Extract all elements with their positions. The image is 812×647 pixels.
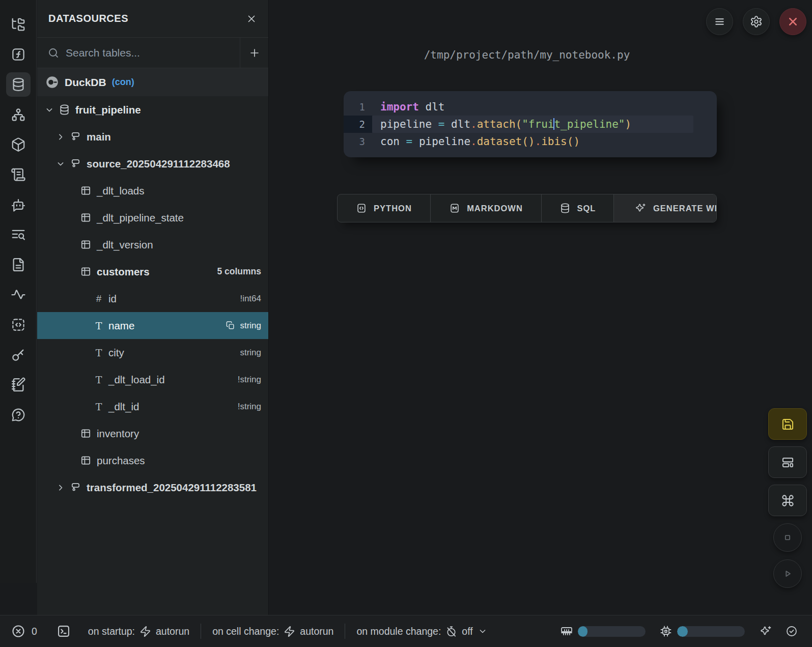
tree-row-transformed_202504291112283581[interactable]: transformed_202504291112283581 [37, 474, 268, 501]
cpu-usage-meter [677, 626, 745, 637]
tree-meta: !int64 [240, 294, 268, 304]
segment-label: on startup: [88, 626, 135, 637]
segment-label: on module change: [356, 626, 441, 637]
activity-activity-icon[interactable] [6, 283, 31, 307]
stop-button[interactable] [773, 523, 802, 552]
activity-key-icon[interactable] [6, 343, 31, 367]
line-number: 2 [344, 116, 372, 133]
add-sql-cell-button[interactable]: SQL [542, 194, 614, 222]
activity-bot-icon[interactable] [6, 192, 31, 217]
setting-autorun[interactable]: on startup:autorun [88, 626, 189, 637]
code-token: = [438, 118, 445, 130]
code-token: dlt [419, 101, 445, 113]
run-button[interactable] [773, 559, 802, 588]
segment-label: on cell change: [212, 626, 279, 637]
add-datasource-button[interactable] [240, 38, 268, 68]
tree-row-_dlt_version[interactable]: _dlt_version [37, 231, 268, 258]
database-icon [59, 104, 70, 116]
code-token: () [522, 135, 535, 148]
panel-close-icon[interactable] [246, 13, 257, 24]
add-cell-button-group: PYTHONMARKDOWNSQLGENERATE WIT [337, 194, 717, 222]
duckdb-logo-icon [45, 75, 59, 89]
command-palette-button[interactable] [768, 485, 807, 516]
button-label: GENERATE WIT [653, 204, 716, 213]
activity-notebook-pen-icon[interactable] [6, 373, 31, 397]
search-tables-input[interactable] [60, 47, 240, 59]
close-app-button[interactable] [779, 8, 806, 35]
activity-file-tree-icon[interactable] [6, 12, 31, 37]
activity-scroll-icon[interactable] [6, 162, 31, 187]
code-token: . [470, 118, 477, 130]
column-type: string [240, 321, 261, 331]
copy-icon[interactable] [226, 321, 235, 330]
add-python-cell-button[interactable]: PYTHON [338, 194, 431, 222]
string-type-icon: T [93, 401, 104, 412]
code-token: . [535, 135, 542, 148]
code-token: dlt [444, 118, 470, 130]
connection-row-duckdb[interactable]: DuckDB (con) [37, 68, 268, 96]
code-cell[interactable]: 1import dlt2pipeline = dlt.attach("fruit… [344, 91, 717, 157]
line-code: pipeline = dlt.attach("fruit_pipeline") [372, 116, 693, 133]
tree-row-source_202504291112283468[interactable]: source_202504291112283468 [37, 150, 268, 177]
divider [201, 624, 201, 639]
activity-database-icon[interactable] [6, 72, 31, 97]
line-number: 1 [344, 98, 372, 116]
column-type: string [240, 348, 261, 358]
tree-meta: string [226, 321, 268, 331]
activity-help-icon[interactable] [6, 403, 31, 427]
tree-label: customers [97, 266, 150, 278]
tree-row-fruit_pipeline[interactable]: fruit_pipeline [37, 96, 268, 123]
ram-icon [561, 625, 573, 637]
code-token: = [406, 135, 413, 148]
setting-off[interactable]: on module change:off [356, 626, 487, 637]
tree-row-name[interactable]: Tnamestring [37, 312, 268, 339]
divider [345, 624, 345, 639]
add-markdown-cell-button[interactable]: MARKDOWN [431, 194, 542, 222]
connection-name: DuckDB [65, 76, 106, 89]
tree-row-purchases[interactable]: purchases [37, 447, 268, 474]
zap-icon [139, 626, 151, 637]
activity-box-icon[interactable] [6, 132, 31, 157]
tree-row-_dlt_loads[interactable]: _dlt_loads [37, 177, 268, 204]
chevron-down-icon [55, 159, 66, 169]
activity-snippet-icon[interactable] [6, 313, 31, 337]
cpu-icon [660, 625, 672, 637]
activity-network-icon[interactable] [6, 102, 31, 127]
chevron-down-icon [478, 626, 488, 636]
activity-file-text-icon[interactable] [6, 252, 31, 277]
schema-icon [70, 482, 81, 493]
tree-row-_dlt_load_id[interactable]: T_dlt_load_id!string [37, 366, 268, 393]
tree-label: inventory [97, 428, 139, 440]
activity-log-search-icon[interactable] [6, 222, 31, 247]
code-token: con [380, 135, 406, 148]
setting-autorun[interactable]: on cell change:autorun [212, 626, 333, 637]
tree-label: main [87, 131, 111, 143]
activity-function-icon[interactable] [6, 42, 31, 67]
tree-label: _dlt_pipeline_state [97, 212, 184, 224]
tree-row-id[interactable]: #id!int64 [37, 285, 268, 312]
tree-row-city[interactable]: Tcitystring [37, 339, 268, 366]
generate-with-ai-button[interactable]: GENERATE WIT [614, 194, 716, 222]
sparkles-icon[interactable] [760, 625, 772, 637]
tree-label: fruit_pipeline [75, 104, 141, 116]
code-token: ) [625, 118, 632, 130]
tree-row-_dlt_id[interactable]: T_dlt_id!string [37, 393, 268, 420]
layout-button[interactable] [768, 446, 807, 478]
save-button[interactable] [768, 408, 807, 440]
code-token: ibis [541, 135, 567, 148]
settings-button[interactable] [743, 8, 770, 35]
check-circle-icon[interactable] [786, 625, 798, 637]
chevron-down-icon [44, 105, 54, 115]
tree-label: _dlt_loads [97, 185, 144, 197]
tree-row-_dlt_pipeline_state[interactable]: _dlt_pipeline_state [37, 204, 268, 231]
code-token: import [380, 101, 419, 113]
notebook-main: /tmp/project/path/my_notebook.py 1import… [337, 0, 717, 222]
chevron-right-icon [55, 483, 66, 493]
tree-row-inventory[interactable]: inventory [37, 420, 268, 447]
error-indicator[interactable]: 0 [11, 624, 37, 638]
terminal-icon[interactable] [57, 624, 71, 638]
tree-row-customers[interactable]: customers5 columns [37, 258, 268, 285]
resource-meters [561, 625, 754, 637]
button-label: PYTHON [374, 204, 412, 213]
tree-row-main[interactable]: main [37, 123, 268, 150]
